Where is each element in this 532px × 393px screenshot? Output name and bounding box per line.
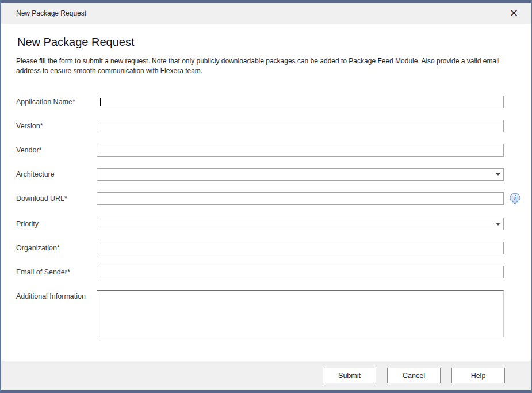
vendor-label: Vendor* xyxy=(16,144,97,154)
application-name-label: Application Name* xyxy=(16,96,97,106)
architecture-label: Architecture xyxy=(16,168,97,178)
request-form: Application Name* Version* Vendor* xyxy=(16,96,505,337)
architecture-dropdown[interactable] xyxy=(97,168,504,181)
organization-input[interactable] xyxy=(97,242,504,254)
close-button[interactable]: ✕ xyxy=(504,7,524,20)
info-balloon-icon[interactable]: i xyxy=(509,193,521,206)
application-name-input[interactable] xyxy=(97,96,504,108)
page-title: New Package Request xyxy=(17,36,505,49)
form-row: Additional Information xyxy=(16,290,505,337)
titlebar: New Package Request ✕ xyxy=(1,3,531,24)
dialog-content: New Package Request Please fill the form… xyxy=(1,24,531,361)
cancel-button[interactable]: Cancel xyxy=(387,368,441,383)
submit-button[interactable]: Submit xyxy=(323,368,376,383)
version-label: Version* xyxy=(16,120,97,130)
form-row: Architecture xyxy=(16,168,505,181)
priority-label: Priority xyxy=(16,218,97,228)
chevron-down-icon[interactable] xyxy=(492,169,503,180)
additional-information-label: Additional Information xyxy=(16,290,97,300)
form-row: Email of Sender* xyxy=(16,266,505,278)
organization-label: Organization* xyxy=(16,242,97,252)
priority-dropdown[interactable] xyxy=(97,218,504,230)
email-of-sender-label: Email of Sender* xyxy=(16,266,97,276)
form-row: Organization* xyxy=(16,242,505,254)
form-row: Version* xyxy=(16,120,505,132)
window-title: New Package Request xyxy=(16,9,86,17)
version-input[interactable] xyxy=(97,120,504,132)
architecture-dropdown-input[interactable] xyxy=(97,168,504,181)
form-row: Application Name* xyxy=(16,96,505,108)
dialog-footer: Submit Cancel Help xyxy=(1,361,531,390)
vendor-input[interactable] xyxy=(97,144,504,157)
form-row: Vendor* xyxy=(16,144,505,157)
form-description: Please fill the form to submit a new req… xyxy=(16,56,510,75)
help-button[interactable]: Help xyxy=(451,368,505,383)
chevron-down-icon[interactable] xyxy=(492,218,503,230)
form-row: Priority xyxy=(16,218,505,230)
download-url-input[interactable] xyxy=(97,192,504,205)
additional-information-textarea[interactable] xyxy=(97,290,504,337)
priority-dropdown-input[interactable] xyxy=(97,218,504,230)
download-url-label: Download URL* xyxy=(16,192,97,203)
text-caret xyxy=(100,98,101,106)
new-package-request-dialog: New Package Request ✕ New Package Reques… xyxy=(0,0,532,393)
form-row: Download URL* i xyxy=(16,192,505,206)
email-of-sender-input[interactable] xyxy=(97,266,504,278)
close-icon: ✕ xyxy=(510,7,518,19)
